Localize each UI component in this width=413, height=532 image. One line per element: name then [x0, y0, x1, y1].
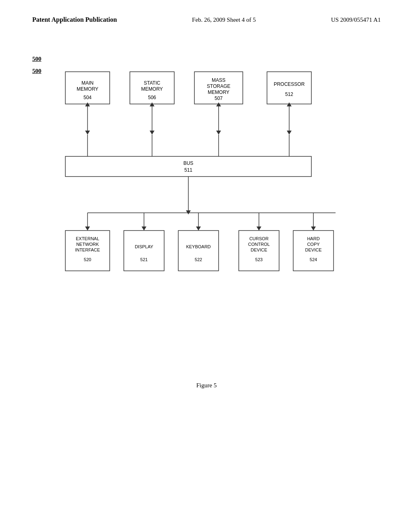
- keyboard-number: 522: [195, 257, 202, 262]
- figure-number-label: 500: [32, 56, 42, 62]
- external-network-number: 520: [84, 257, 91, 262]
- figure-caption: Figure 5: [0, 382, 413, 389]
- display-label: DISPLAY: [135, 244, 153, 249]
- cursor-control-label1: CURSOR: [249, 236, 269, 241]
- processor-number: 512: [285, 91, 293, 97]
- main-memory-number: 504: [83, 95, 92, 100]
- bus-label: BUS: [184, 160, 194, 166]
- patent-diagram-svg: MAIN MEMORY 504 STATIC MEMORY 506 MASS S…: [41, 60, 372, 334]
- block-diagram: MAIN MEMORY 504 STATIC MEMORY 506 MASS S…: [24, 60, 389, 334]
- diagram-figure-label: 500: [32, 68, 42, 75]
- patent-number-label: US 2009/055471 A1: [331, 17, 381, 23]
- mass-storage-label2: STORAGE: [207, 83, 230, 89]
- static-memory-label2: MEMORY: [141, 86, 163, 92]
- mass-storage-number: 507: [215, 96, 223, 101]
- display-number: 521: [140, 257, 148, 262]
- arrowhead-keyboard-down: [196, 227, 201, 231]
- main-memory-label2: MEMORY: [77, 86, 98, 92]
- processor-box: [267, 72, 311, 104]
- diagram-area: 500 MAIN: [0, 31, 413, 350]
- arrowhead-bus-down: [186, 210, 191, 214]
- arrowhead-hardcopy-down: [311, 227, 316, 231]
- bus-number: 511: [184, 167, 192, 173]
- date-sheet-label: Feb. 26, 2009 Sheet 4 of 5: [192, 17, 256, 23]
- arrowhead-static-down: [150, 131, 154, 135]
- processor-label: PROCESSOR: [274, 81, 305, 87]
- hard-copy-label2: COPY: [307, 242, 320, 247]
- external-network-label1: EXTERNAL: [76, 236, 99, 241]
- arrowhead-main-down: [85, 131, 90, 135]
- cursor-control-label2: CONTROL: [248, 242, 270, 247]
- arrowhead-cursor-down: [257, 227, 261, 231]
- external-network-label3: INTERFACE: [75, 247, 100, 252]
- mass-storage-label3: MEMORY: [208, 89, 229, 95]
- static-memory-label: STATIC: [144, 80, 161, 86]
- publication-label: Patent Application Publication: [32, 16, 117, 23]
- page-header: Patent Application Publication Feb. 26, …: [0, 0, 413, 31]
- cursor-control-label3: DEVICE: [251, 247, 267, 252]
- keyboard-box: [178, 231, 219, 271]
- arrowhead-display-down: [142, 227, 146, 231]
- mass-storage-label: MASS: [212, 77, 225, 83]
- main-memory-label: MAIN: [81, 80, 94, 86]
- external-network-label2: NETWORK: [76, 242, 99, 247]
- arrowhead-ext-down: [85, 227, 90, 231]
- hard-copy-label3: DEVICE: [305, 247, 322, 252]
- hard-copy-number: 524: [310, 257, 317, 262]
- arrowhead-mass-down: [216, 131, 221, 135]
- keyboard-label: KEYBOARD: [186, 244, 211, 249]
- hard-copy-label1: HARD: [307, 236, 319, 241]
- bus-box: [65, 156, 311, 177]
- cursor-control-number: 523: [255, 257, 263, 262]
- display-box: [124, 231, 164, 271]
- static-memory-number: 506: [148, 95, 156, 100]
- arrowhead-processor-down: [287, 131, 292, 135]
